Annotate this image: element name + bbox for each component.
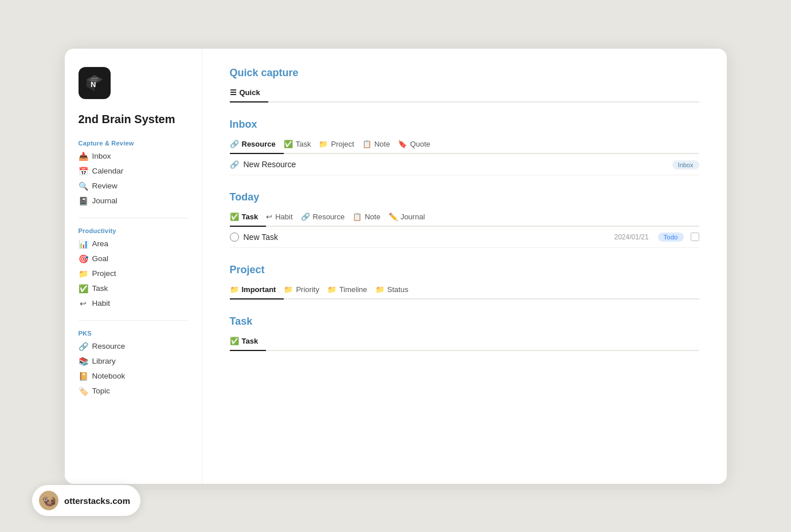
inbox-row-new-resource: New Resource Inbox: [230, 154, 699, 175]
tab-today-resource-label: Resource: [313, 212, 345, 221]
calendar-icon: 📅: [79, 167, 88, 176]
sidebar-item-area-label: Area: [92, 239, 109, 248]
task-section: Task Task: [230, 316, 699, 351]
today-row-new-task: New Task 2024/01/21 Todo: [230, 227, 699, 248]
sidebar-item-inbox[interactable]: 📥 Inbox: [65, 149, 202, 164]
tab-inbox-resource[interactable]: Resource: [230, 136, 284, 154]
tab-inbox-note[interactable]: Note: [362, 136, 398, 154]
tab-inbox-project[interactable]: Project: [319, 136, 362, 154]
new-task-label[interactable]: New Task: [244, 232, 278, 242]
tab-project-important-label: Important: [242, 285, 276, 294]
sidebar-item-journal-label: Journal: [92, 196, 118, 205]
app-logo-icon: N: [79, 67, 111, 99]
tab-today-resource[interactable]: Resource: [301, 209, 353, 227]
sidebar-item-journal[interactable]: 📓 Journal: [65, 194, 202, 208]
tab-project-status[interactable]: Status: [375, 282, 417, 300]
tab-today-journal-label: Journal: [401, 212, 425, 221]
task-tab-icon: [230, 212, 239, 221]
tab-quick[interactable]: ☰ Quick: [230, 85, 268, 103]
check-icon: [284, 140, 293, 148]
sidebar-item-library[interactable]: 📚 Library: [65, 354, 202, 369]
quick-capture-tabs: ☰ Quick: [230, 85, 699, 103]
tab-task-task[interactable]: Task: [230, 333, 267, 351]
sidebar-item-inbox-label: Inbox: [92, 152, 111, 160]
inbox-status-badge: Inbox: [672, 160, 699, 170]
tab-inbox-task-label: Task: [296, 140, 311, 148]
project-title: Project: [230, 264, 699, 276]
sidebar: N 2nd Brain System Capture & Review 📥 In…: [65, 49, 202, 484]
tab-today-task[interactable]: Task: [230, 209, 267, 227]
tab-inbox-task[interactable]: Task: [284, 136, 319, 154]
tab-project-timeline[interactable]: Timeline: [327, 282, 375, 300]
tab-inbox-resource-label: Resource: [242, 140, 276, 148]
status-tab-icon: [375, 285, 385, 294]
project-tabs: Important Priority Timeline Status: [230, 282, 699, 300]
habit-tab-icon: [266, 212, 272, 221]
badge-url: otterstacks.com: [64, 496, 130, 506]
sidebar-item-task-label: Task: [92, 284, 108, 293]
tab-task-label: Task: [242, 337, 259, 345]
tab-today-journal[interactable]: Journal: [389, 209, 433, 227]
sidebar-item-calendar[interactable]: 📅 Calendar: [65, 164, 202, 179]
sidebar-item-habit[interactable]: ↩ Habit: [65, 296, 202, 311]
tab-today-task-label: Task: [242, 212, 259, 221]
sidebar-item-calendar-label: Calendar: [92, 167, 124, 175]
otter-avatar: 🦦: [39, 491, 58, 510]
bottom-badge: 🦦 otterstacks.com: [32, 485, 140, 516]
sidebar-section-title-pks: PKS: [65, 325, 202, 339]
divider-1: [79, 218, 188, 218]
sidebar-item-goal[interactable]: 🎯 Goal: [65, 251, 202, 266]
notebook-icon: 📔: [79, 372, 88, 381]
tab-today-note-label: Note: [365, 212, 380, 221]
tab-quick-label: Quick: [240, 88, 260, 97]
goal-icon: 🎯: [79, 254, 88, 263]
journal-icon: 📓: [79, 196, 88, 206]
folder-icon-inbox: [319, 140, 328, 148]
today-row-left: New Task: [230, 232, 278, 242]
task-tabs: Task: [230, 333, 699, 351]
new-resource-icon: [230, 160, 239, 169]
tab-project-important[interactable]: Important: [230, 282, 284, 300]
sidebar-item-topic[interactable]: 🏷️ Topic: [65, 384, 202, 399]
library-icon: 📚: [79, 357, 88, 366]
sidebar-item-task[interactable]: ✅ Task: [65, 281, 202, 296]
sidebar-item-review[interactable]: 🔍 Review: [65, 179, 202, 194]
project-section: Project Important Priority Timeline Stat…: [230, 264, 699, 300]
sidebar-item-goal-label: Goal: [92, 254, 109, 263]
task-icon: ✅: [79, 284, 88, 293]
habit-icon: ↩: [79, 299, 88, 308]
task-checkbox[interactable]: [691, 232, 699, 241]
tab-today-habit[interactable]: Habit: [266, 209, 300, 227]
tab-inbox-quote-label: Quote: [410, 140, 430, 148]
sidebar-item-resource[interactable]: 🔗 Resource: [65, 339, 202, 354]
sidebar-item-notebook[interactable]: 📔 Notebook: [65, 369, 202, 384]
tab-inbox-project-label: Project: [331, 140, 354, 148]
app-window: N 2nd Brain System Capture & Review 📥 In…: [65, 49, 727, 484]
todo-badge: Todo: [658, 232, 684, 242]
area-icon: 📊: [79, 239, 88, 249]
tab-project-timeline-label: Timeline: [339, 285, 367, 294]
app-title: 2nd Brain System: [65, 113, 202, 126]
project-icon: 📁: [79, 269, 88, 278]
today-section: Today Task Habit Resource Note: [230, 191, 699, 248]
inbox-section: Inbox Resource Task Project Note: [230, 119, 699, 175]
task-circle-icon: [230, 232, 239, 242]
sidebar-item-habit-label: Habit: [92, 299, 111, 308]
sidebar-item-topic-label: Topic: [92, 387, 111, 395]
bookmark-icon: [398, 140, 407, 148]
sidebar-section-title-capture: Capture & Review: [65, 135, 202, 149]
inbox-tabs: Resource Task Project Note Quote: [230, 136, 699, 154]
sidebar-item-project[interactable]: 📁 Project: [65, 266, 202, 281]
sidebar-section-productivity: Productivity 📊 Area 🎯 Goal 📁 Project ✅ T…: [65, 223, 202, 316]
tab-inbox-note-label: Note: [374, 140, 390, 148]
sidebar-item-area[interactable]: 📊 Area: [65, 237, 202, 251]
topic-icon: 🏷️: [79, 387, 88, 396]
sidebar-item-notebook-label: Notebook: [92, 372, 126, 380]
new-resource-label[interactable]: New Resource: [244, 160, 296, 169]
tab-project-priority[interactable]: Priority: [284, 282, 327, 300]
inbox-badge: Inbox: [672, 160, 699, 169]
tab-inbox-quote[interactable]: Quote: [398, 136, 438, 154]
main-content: Quick capture ☰ Quick Inbox Resource Tas…: [202, 49, 727, 484]
note-tab-icon: [353, 212, 362, 221]
tab-today-note[interactable]: Note: [353, 209, 388, 227]
